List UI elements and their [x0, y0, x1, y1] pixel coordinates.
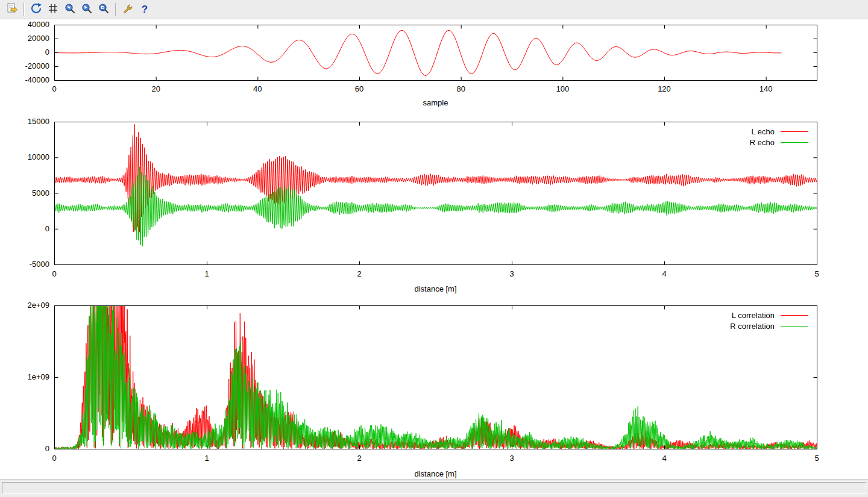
y-tick-label: 0: [1, 224, 49, 234]
legend-label: R echo: [750, 138, 775, 147]
help-icon: ?: [142, 4, 148, 14]
x-tick-label: 100: [544, 84, 580, 94]
x-tick-label: 1: [189, 454, 225, 463]
toolbar-separator: [115, 3, 116, 16]
y-tick-label: 0: [1, 48, 49, 57]
legend-label: R correlation: [730, 322, 775, 331]
echo-legend: L echo R echo: [750, 126, 808, 148]
status-bar: [0, 479, 868, 497]
pulse-chart-canvas[interactable]: [54, 25, 817, 81]
x-tick-label: 2: [341, 454, 377, 463]
x-tick-label: 5: [799, 454, 835, 463]
grid-button[interactable]: [45, 2, 61, 17]
y-tick-label: 2e+09: [1, 301, 49, 310]
zoom-next-button[interactable]: [78, 2, 95, 17]
toolbar: ?: [0, 0, 868, 19]
settings-button[interactable]: [119, 2, 136, 17]
gnuplot-window: ? sample distance [m] distance [m] L ech…: [0, 0, 868, 497]
legend-label: L correlation: [732, 311, 775, 320]
legend-entry: L correlation: [730, 310, 808, 320]
y-tick-label: 1e+09: [1, 372, 49, 382]
status-message-field: [2, 482, 866, 494]
x-tick-label: 5: [799, 269, 835, 279]
y-tick-label: 40000: [1, 20, 49, 30]
x-tick-label: 0: [36, 84, 72, 94]
copy-button[interactable]: [4, 2, 20, 17]
x-tick-label: 80: [443, 84, 479, 94]
legend-line-sample: [781, 142, 808, 143]
x-axis-label-distance: distance [m]: [54, 284, 817, 294]
zoom-reset-icon: [98, 2, 110, 16]
toolbar-separator: [24, 3, 25, 16]
x-axis-label-distance: distance [m]: [54, 469, 817, 479]
zoom-previous-button[interactable]: [61, 2, 78, 17]
zoom-previous-icon: [64, 2, 76, 16]
x-tick-label: 3: [494, 269, 530, 279]
grid-icon: [47, 2, 59, 16]
x-tick-label: 4: [646, 269, 682, 279]
legend-entry: R echo: [750, 137, 808, 148]
y-tick-label: -5000: [1, 260, 49, 269]
x-tick-label: 2: [341, 269, 377, 279]
y-tick-label: 5000: [1, 189, 49, 198]
correlation-chart-canvas[interactable]: [54, 305, 817, 449]
y-tick-label: -40000: [1, 75, 49, 85]
y-tick-label: 15000: [1, 117, 49, 127]
x-tick-label: 40: [239, 84, 275, 94]
legend-line-sample: [781, 315, 808, 316]
x-tick-label: 140: [748, 84, 784, 94]
x-tick-label: 20: [138, 84, 174, 94]
x-axis-label-sample: sample: [54, 98, 817, 108]
x-tick-label: 60: [341, 84, 377, 94]
legend-entry: L echo: [750, 126, 808, 137]
echo-chart-canvas[interactable]: [54, 122, 817, 265]
y-tick-label: 0: [1, 444, 49, 454]
x-tick-label: 4: [646, 454, 682, 463]
legend-line-sample: [781, 326, 808, 327]
x-tick-label: 3: [494, 454, 530, 463]
x-tick-label: 0: [36, 454, 72, 463]
x-tick-label: 1: [189, 269, 225, 279]
legend-line-sample: [781, 131, 808, 132]
help-button[interactable]: ?: [136, 2, 153, 17]
copy-icon: [6, 2, 18, 16]
correlation-legend: L correlation R correlation: [730, 310, 808, 331]
y-tick-label: 20000: [1, 34, 49, 43]
y-tick-label: -20000: [1, 61, 49, 71]
zoom-reset-button[interactable]: [95, 2, 112, 17]
x-tick-label: 0: [36, 269, 72, 279]
wrench-icon: [122, 2, 134, 16]
y-tick-label: 10000: [1, 152, 49, 162]
legend-label: L echo: [751, 127, 775, 136]
replot-icon: [30, 2, 42, 16]
zoom-next-icon: [81, 2, 93, 16]
legend-entry: R correlation: [730, 320, 808, 331]
x-tick-label: 120: [646, 84, 682, 94]
replot-button[interactable]: [28, 2, 45, 17]
